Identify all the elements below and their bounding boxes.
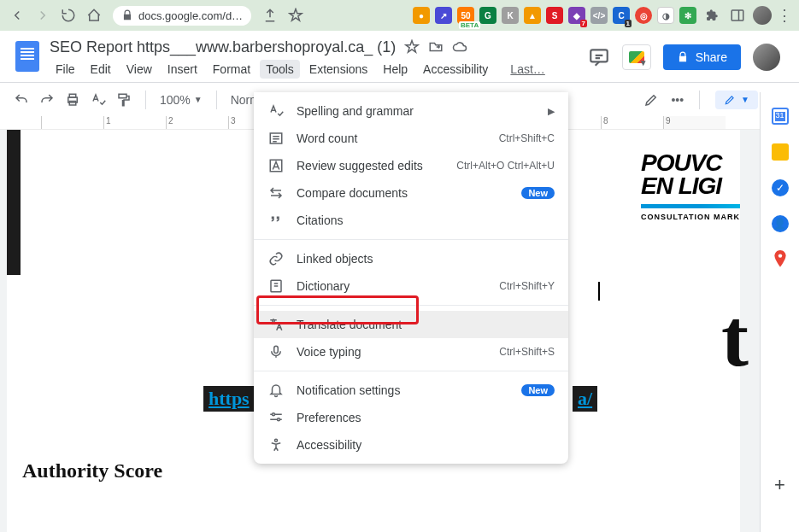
home-icon[interactable] [84, 5, 104, 26]
menu-view[interactable]: View [120, 60, 158, 79]
url-text: docs.google.com/d… [138, 9, 243, 22]
new-badge: New [521, 187, 555, 199]
move-icon[interactable] [428, 39, 444, 55]
tasks-icon[interactable]: ✓ [772, 179, 789, 196]
ext-icon[interactable]: ● [413, 7, 430, 24]
reload-icon[interactable] [58, 5, 79, 26]
ext-icon[interactable]: ◑ [657, 7, 674, 24]
doc-link-fragment: a/ [573, 386, 597, 412]
chevron-right-icon: ▶ [548, 106, 555, 117]
ext-icon[interactable]: K [502, 7, 519, 24]
wordcount-icon [267, 130, 285, 147]
menu-voice[interactable]: Voice typing Ctrl+Shift+S [254, 338, 568, 365]
menubar: File Edit View Insert Format Tools Exten… [50, 60, 588, 79]
chrome-menu-icon[interactable]: ⋮ [777, 6, 792, 25]
contacts-icon[interactable]: 👤 [772, 215, 789, 232]
menu-file[interactable]: File [50, 60, 81, 79]
sliders-icon [267, 409, 285, 426]
doc-stripe [7, 130, 21, 275]
menu-accessibility[interactable]: Accessibility [417, 60, 494, 79]
docs-logo-icon[interactable] [12, 36, 43, 77]
ext-icon[interactable]: ↗ [435, 7, 452, 24]
side-panel: 31 ✓ 👤 + [760, 92, 799, 532]
share-button[interactable]: Share [663, 44, 741, 70]
lock-icon [121, 9, 133, 21]
meet-button[interactable]: ▼ [622, 44, 651, 70]
menu-format[interactable]: Format [207, 60, 256, 79]
svg-rect-10 [274, 346, 279, 353]
ext-icon[interactable]: C1 [613, 7, 630, 24]
citations-icon [267, 212, 285, 229]
editing-mode[interactable]: ▼ [715, 91, 758, 109]
ext-icon[interactable]: ▲ [524, 7, 541, 24]
add-addon-button[interactable]: + [774, 474, 785, 496]
last-edit-link[interactable]: Last… [504, 60, 550, 79]
star-icon[interactable] [285, 5, 306, 26]
doc-heading: Authority Score [22, 459, 162, 482]
doc-logo: POUVC EN LIGI CONSULTATION MARK [641, 152, 740, 221]
tools-dropdown: Spelling and grammar ▶ Word count Ctrl+S… [254, 92, 568, 464]
paint-format-button[interactable] [116, 92, 132, 108]
profile-avatar[interactable] [753, 6, 772, 25]
ruler-tick: 1 [103, 116, 166, 129]
menu-notif[interactable]: Notification settings New [254, 377, 568, 404]
keep-icon[interactable] [772, 143, 789, 161]
menu-help[interactable]: Help [377, 60, 414, 79]
puzzle-icon[interactable] [702, 5, 722, 26]
maps-icon[interactable] [772, 251, 789, 268]
back-icon[interactable] [7, 5, 27, 26]
spellcheck-icon [267, 102, 285, 120]
app-header: SEO Report https___www.barbershoproyal.c… [0, 31, 799, 79]
more-button[interactable]: ••• [671, 93, 684, 107]
ext-icon[interactable]: </> [590, 7, 608, 24]
zoom-select[interactable]: 100% ▼ [160, 93, 203, 107]
calendar-icon[interactable]: 31 [772, 108, 789, 125]
menu-spelling[interactable]: Spelling and grammar ▶ [254, 97, 568, 125]
review-icon [267, 157, 285, 174]
ext-icon[interactable]: G [479, 7, 496, 24]
undo-button[interactable] [14, 92, 29, 108]
ext-icon[interactable]: ◎ [635, 7, 652, 24]
menu-prefs[interactable]: Preferences [254, 404, 568, 431]
menu-insert[interactable]: Insert [162, 60, 203, 79]
ruler-tick [41, 116, 103, 129]
menu-dictionary[interactable]: Dictionary Ctrl+Shift+Y [254, 272, 568, 300]
cloud-icon[interactable] [452, 39, 467, 55]
accessibility-icon [267, 436, 285, 453]
menu-edit[interactable]: Edit [85, 60, 117, 79]
text-cursor [598, 282, 600, 301]
linked-icon [267, 250, 285, 267]
menu-translate[interactable]: Translate document [254, 311, 568, 338]
comments-icon[interactable] [588, 46, 610, 68]
menu-access[interactable]: Accessibility [254, 431, 568, 459]
share-url-icon[interactable] [260, 5, 280, 26]
menu-compare[interactable]: Compare documents New [254, 179, 568, 207]
menu-review[interactable]: Review suggested edits Ctrl+Alt+O Ctrl+A… [254, 152, 568, 179]
document-title[interactable]: SEO Report https___www.barbershoproyal.c… [50, 38, 396, 56]
ext-icon[interactable]: ◆7 [568, 7, 585, 24]
spellcheck-button[interactable] [91, 92, 106, 108]
star-outline-icon[interactable] [404, 39, 420, 55]
browser-toolbar: docs.google.com/d… ● ↗ 50BETA G K ▲ S ◆7… [0, 0, 799, 31]
menu-citations[interactable]: Citations [254, 207, 568, 234]
menu-tools[interactable]: Tools [260, 60, 300, 79]
address-bar[interactable]: docs.google.com/d… [113, 6, 251, 26]
menu-wordcount[interactable]: Word count Ctrl+Shift+C [254, 125, 568, 152]
highlight-button[interactable] [643, 92, 659, 108]
account-avatar[interactable] [753, 44, 780, 71]
svg-point-14 [778, 254, 781, 257]
ext-icon[interactable]: 50BETA [457, 7, 474, 24]
menu-linked[interactable]: Linked objects [254, 245, 568, 272]
ext-icon[interactable]: S [546, 7, 563, 24]
svg-rect-4 [69, 94, 76, 97]
bell-icon [267, 382, 285, 399]
forward-icon[interactable] [32, 5, 53, 26]
svg-point-12 [278, 418, 280, 421]
ext-icon[interactable]: ✻ [679, 7, 696, 24]
doc-heading-fragment: t [721, 290, 749, 385]
svg-point-13 [275, 439, 278, 441]
print-button[interactable] [65, 92, 80, 108]
panel-icon[interactable] [727, 5, 748, 26]
redo-button[interactable] [39, 92, 55, 108]
menu-extensions[interactable]: Extensions [303, 60, 373, 79]
